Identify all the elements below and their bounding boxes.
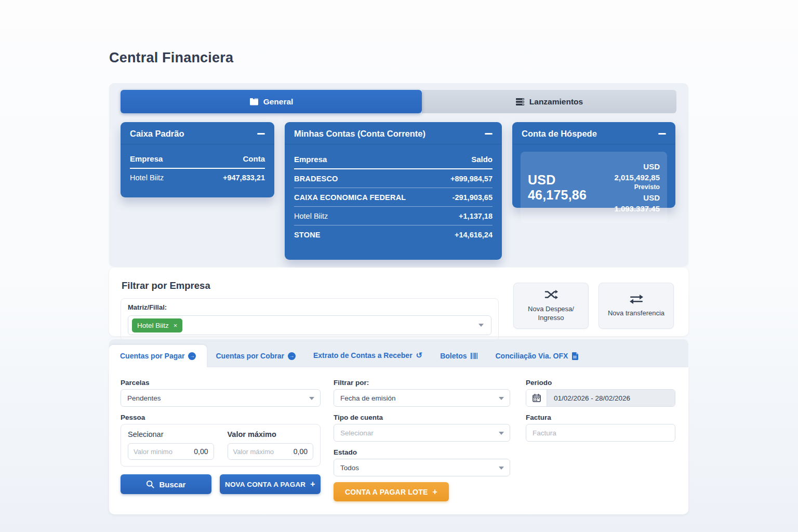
- table-header: Empresa Conta: [130, 150, 265, 169]
- empresa-multiselect[interactable]: Hotel Biitz ×: [128, 315, 491, 335]
- previsto-value: USD 1.093.337.45: [605, 192, 660, 214]
- table-row: CAIXA ECONOMICA FEDERAL -291,903,65: [294, 188, 493, 207]
- nova-transferencia-button[interactable]: Nova transferencia: [598, 283, 674, 329]
- accounts-filter-form: Parcelas Pendentes Pessoa Selecionar Val…: [109, 367, 688, 514]
- tab-conciliacao-ofx[interactable]: Conciliação Via. OFX: [487, 345, 588, 367]
- nova-conta-a-pagar-button[interactable]: NOVA CONTA A PAGAR +: [220, 474, 321, 494]
- chevron-down-icon: [499, 432, 504, 435]
- estado-select[interactable]: Todos: [334, 459, 510, 476]
- valor-maximo-placeholder: Valor máximo: [233, 448, 274, 456]
- valor-minimo-value: 0,00: [194, 447, 208, 456]
- chevron-down-icon: [478, 324, 484, 327]
- valor-maximo-value: 0,00: [294, 447, 308, 456]
- col-empresa: Empresa: [294, 155, 327, 164]
- pessoa-valor-group: Selecionar Valor minimo 0,00 Valor máxim…: [121, 424, 321, 467]
- tab-general[interactable]: General: [121, 90, 422, 113]
- subtab-strip: Cuentas por Pagar → Cuentas por Cobrar →…: [109, 339, 688, 367]
- empresa-tag: Hotel Biitz ×: [132, 318, 182, 332]
- valor-maximo-input[interactable]: Valor máximo 0,00: [228, 443, 314, 460]
- tab-cuentas-por-pagar[interactable]: Cuentas por Pagar →: [109, 345, 207, 367]
- collapse-icon[interactable]: [658, 130, 666, 138]
- row-value: +14,616,24: [455, 231, 493, 239]
- row-value: +899,984,57: [450, 175, 493, 183]
- table-row: BRADESCO +899,984,57: [294, 169, 493, 188]
- table-row: STONE +14,616,24: [294, 225, 493, 244]
- periodo-date-range[interactable]: 01/02/2026 - 28/02/2026: [526, 389, 675, 407]
- tab-cobrar-label: Cuentas por Cobrar: [216, 352, 284, 360]
- card-minhas-contas: Minhas Contas (Conta Corrente) Empresa S…: [285, 122, 502, 260]
- tab-extrato-contas-receber[interactable]: Extrato de Contas a Receber ↺: [304, 344, 431, 367]
- factura-label: Factura: [526, 414, 675, 421]
- server-icon: [515, 98, 525, 106]
- chevron-down-icon: [499, 467, 504, 470]
- lote-label: CONTA A PAGAR LOTE: [345, 488, 428, 496]
- plus-icon: +: [310, 480, 315, 489]
- page-title: Central Financiera: [109, 50, 688, 66]
- filtrar-por-select[interactable]: Fecha de emisión: [334, 389, 510, 407]
- row-name: Hotel Biitz: [130, 174, 164, 182]
- periodo-value: 01/02/2026 - 28/02/2026: [547, 390, 675, 406]
- conta-a-pagar-lote-button[interactable]: CONTA A PAGAR LOTE +: [334, 482, 449, 501]
- tab-boletos[interactable]: Boletos: [431, 345, 486, 367]
- parcelas-select[interactable]: Pendentes: [121, 389, 321, 407]
- pessoa-label: Pessoa: [121, 414, 321, 421]
- transfer-arrows-icon: [629, 294, 644, 304]
- tab-lanzamientos[interactable]: Lanzamientos: [422, 90, 676, 113]
- previsto-label: Previsto: [605, 183, 660, 192]
- matriz-filial-box: Matriz/Fillal: Hotel Biitz ×: [121, 298, 499, 341]
- nova-despesa-ingreso-button[interactable]: Nova Despesa/ Ingresso: [513, 283, 589, 329]
- row-name: Hotel Biitz: [294, 212, 328, 220]
- chevron-down-icon: [309, 397, 314, 400]
- arrow-circle-icon: →: [188, 352, 196, 360]
- history-icon: ↺: [416, 351, 423, 360]
- overview-panel: General Lanzamientos Caixa Padrão Empres…: [109, 83, 688, 267]
- buscar-label: Buscar: [159, 480, 185, 489]
- search-icon: [146, 480, 154, 488]
- row-name: CAIXA ECONOMICA FEDERAL: [294, 193, 406, 202]
- tab-extrato-label: Extrato de Contas a Receber: [313, 351, 413, 360]
- valor-minimo-input[interactable]: Valor minimo 0,00: [128, 443, 214, 460]
- hospede-side-value: USD 2,015,492,85: [605, 161, 660, 183]
- close-icon[interactable]: ×: [174, 322, 178, 329]
- row-value: +947,833,21: [223, 174, 265, 182]
- plus-icon: +: [432, 487, 437, 497]
- calendar-icon: [526, 390, 547, 406]
- pessoa-select[interactable]: Selecionar: [128, 430, 214, 438]
- barcode-icon: [471, 352, 478, 360]
- row-value: -291,903,65: [453, 193, 493, 202]
- tab-lanzamientos-label: Lanzamientos: [529, 97, 583, 107]
- nova-transferencia-label: Nova transferencia: [601, 309, 672, 318]
- shuffle-icon: [544, 289, 558, 300]
- tab-general-label: General: [263, 97, 294, 107]
- col-conta: Conta: [243, 154, 265, 163]
- table-row: Hotel Biitz +1,137,18: [294, 207, 493, 225]
- card-caixa-padrao: Caixa Padrão Empresa Conta Hotel Biitz +…: [121, 122, 274, 197]
- chevron-down-icon: [499, 397, 504, 400]
- factura-input[interactable]: [526, 424, 675, 442]
- table-row: Hotel Biitz +947,833,21: [130, 169, 265, 187]
- parcelas-label: Parcelas: [121, 379, 321, 387]
- matriz-filial-label: Matriz/Fillal:: [128, 303, 491, 311]
- collapse-icon[interactable]: [484, 130, 493, 138]
- tab-boletos-label: Boletos: [440, 352, 467, 360]
- hospede-balance-panel: USD 46,175,86 USD 2,015,492,85 Previsto …: [521, 152, 667, 223]
- collapse-icon[interactable]: [257, 130, 265, 138]
- tab-cuentas-por-cobrar[interactable]: Cuentas por Cobrar →: [207, 345, 304, 367]
- card-caixa-title: Caixa Padrão: [130, 129, 184, 139]
- main-tabs: General Lanzamientos: [121, 90, 676, 113]
- row-value: +1,137,18: [459, 212, 493, 220]
- buscar-button[interactable]: Buscar: [121, 474, 211, 494]
- tab-ofx-label: Conciliação Via. OFX: [496, 352, 568, 360]
- valor-maximo-label: Valor máximo: [228, 430, 314, 438]
- nova-conta-label: NOVA CONTA A PAGAR: [225, 481, 305, 488]
- empresa-tag-label: Hotel Biitz: [137, 322, 169, 329]
- tipo-cuenta-select[interactable]: Selecionar: [334, 424, 510, 442]
- tipo-cuenta-label: Tipo de cuenta: [334, 414, 510, 421]
- card-minhas-title: Minhas Contas (Conta Corrente): [294, 129, 425, 139]
- tab-pagar-label: Cuentas por Pagar: [120, 352, 184, 360]
- row-name: BRADESCO: [294, 175, 338, 183]
- card-hospede-title: Conta de Hóspede: [522, 129, 597, 139]
- accounts-panel: Cuentas por Pagar → Cuentas por Cobrar →…: [109, 339, 688, 514]
- col-empresa: Empresa: [130, 154, 163, 163]
- card-conta-hospede: Conta de Hóspede USD 46,175,86 USD 2,015…: [512, 122, 675, 208]
